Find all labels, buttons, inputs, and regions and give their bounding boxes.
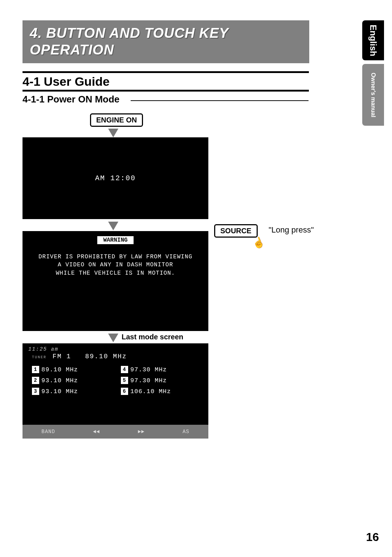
clock-screen: AM 12:00 (23, 137, 208, 219)
tuner-tag: TUNER (32, 355, 46, 359)
preset-item[interactable]: 4 97.30 MHz (121, 366, 201, 373)
long-press-label: "Long press" (269, 225, 314, 235)
preset-frequency: 89.10 MHz (41, 366, 78, 373)
preset-number: 3 (32, 388, 39, 395)
warning-line: DRIVER IS PROHIBITED BY LAW FROM VIEWING (23, 253, 208, 261)
status-time: 11:25 am (28, 346, 203, 352)
source-button-label: SOURCE (214, 224, 258, 238)
warning-screen: WARNING DRIVER IS PROHIBITED BY LAW FROM… (23, 231, 208, 331)
down-arrow-icon (108, 129, 118, 137)
down-arrow-icon (108, 334, 118, 342)
preset-number: 4 (121, 366, 128, 373)
next-button[interactable]: ►► (138, 429, 145, 435)
divider (23, 90, 309, 92)
page-number: 16 (366, 530, 379, 544)
tuner-screen: 11:25 am TUNER FM 1 89.10 MHz 1 89.10 MH… (23, 343, 208, 439)
preset-item[interactable]: 6 106.10 MHz (121, 388, 201, 395)
engine-on-label: ENGINE ON (90, 113, 143, 127)
preset-frequency: 106.10 MHz (130, 388, 171, 395)
preset-item[interactable]: 1 89.10 MHz (32, 366, 112, 373)
heading-power-on-mode: 4-1-1 Power ON Mode (23, 94, 119, 105)
heading-user-guide: 4-1 User Guide (23, 74, 110, 89)
preset-grid: 1 89.10 MHz4 97.30 MHz2 93.10 MHz5 97.30… (28, 366, 203, 395)
tab-english-label: English (368, 25, 378, 56)
current-frequency: 89.10 MHz (85, 353, 127, 360)
last-mode-screen-label: Last mode screen (122, 333, 183, 341)
clock-time: AM 12:00 (95, 174, 136, 182)
divider (131, 100, 309, 101)
tuner-bottom-bar: BAND ◄◄ ►► AS (23, 425, 208, 439)
down-arrow-icon (108, 222, 118, 230)
preset-frequency: 97.30 MHz (130, 377, 167, 384)
tab-english: English (362, 20, 384, 60)
tab-owners-manual: Owner's manual (362, 64, 384, 126)
band-button[interactable]: BAND (41, 429, 55, 435)
warning-line: A VIDEO ON ANY IN DASH MONITOR (23, 261, 208, 269)
preset-number: 1 (32, 366, 39, 373)
tab-owners-label: Owner's manual (370, 73, 376, 117)
divider (23, 71, 309, 73)
preset-item[interactable]: 3 93.10 MHz (32, 388, 112, 395)
as-button[interactable]: AS (183, 429, 189, 435)
preset-item[interactable]: 5 97.30 MHz (121, 377, 201, 384)
band-label: FM 1 (53, 353, 71, 360)
preset-frequency: 93.10 MHz (41, 388, 78, 395)
chapter-banner: 4. BUTTON AND TOUCH KEY OPERATION (23, 20, 309, 63)
warning-line: WHILE THE VEHICLE IS IN MOTION. (23, 269, 208, 277)
preset-number: 2 (32, 377, 39, 384)
preset-frequency: 97.30 MHz (130, 366, 167, 373)
banner-line1: 4. BUTTON AND TOUCH KEY (30, 25, 309, 42)
preset-number: 6 (121, 388, 128, 395)
prev-button[interactable]: ◄◄ (93, 429, 100, 435)
warning-badge: WARNING (97, 236, 133, 244)
preset-item[interactable]: 2 93.10 MHz (32, 377, 112, 384)
preset-number: 5 (121, 377, 128, 384)
preset-frequency: 93.10 MHz (41, 377, 78, 384)
banner-line2: OPERATION (30, 42, 309, 58)
